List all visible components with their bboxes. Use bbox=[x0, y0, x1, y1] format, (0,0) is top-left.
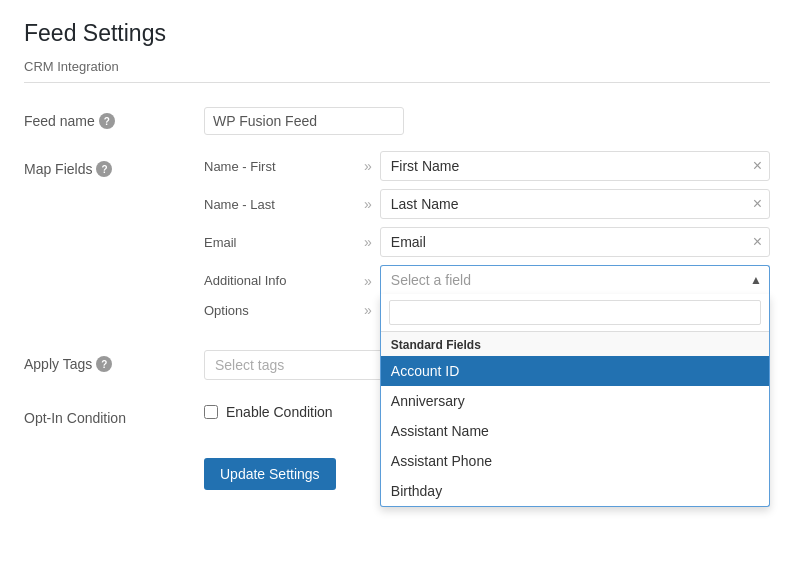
additional-info-placeholder: Select a field bbox=[391, 272, 471, 288]
map-fields-content: Name - First » First Name × Name - Last … bbox=[204, 151, 770, 326]
clear-first-name-icon[interactable]: × bbox=[753, 158, 762, 174]
map-field-last-name: Name - Last » Last Name × bbox=[204, 189, 770, 219]
dropdown-item-anniversary[interactable]: Anniversary bbox=[381, 386, 769, 416]
dropdown-item-account-id[interactable]: Account ID bbox=[381, 356, 769, 386]
dropdown-arrow-up-icon[interactable]: ▲ bbox=[750, 273, 762, 287]
field-label-email: Email bbox=[204, 235, 364, 250]
dropdown-search-container bbox=[381, 294, 769, 332]
opt-in-checkbox[interactable] bbox=[204, 405, 218, 419]
field-select-email: Email × bbox=[380, 227, 770, 257]
arrow-icon-first: » bbox=[364, 158, 372, 174]
dropdown-item-birthday[interactable]: Birthday bbox=[381, 476, 769, 506]
dropdown-group-standard: Standard Fields bbox=[381, 332, 769, 356]
field-label-additional-info: Additional Info bbox=[204, 265, 364, 288]
tags-placeholder: Select tags bbox=[215, 357, 284, 373]
feed-name-label-text: Feed name bbox=[24, 113, 95, 129]
feed-name-help-icon[interactable]: ? bbox=[99, 113, 115, 129]
field-value-email[interactable]: Email bbox=[380, 227, 770, 257]
dropdown-item-assistant-phone[interactable]: Assistant Phone bbox=[381, 446, 769, 476]
additional-info-dropdown-wrapper: Select a field ▲ Standard Fields Account… bbox=[380, 265, 770, 294]
arrow-icon-options: » bbox=[364, 302, 372, 318]
field-select-last-name: Last Name × bbox=[380, 189, 770, 219]
opt-in-label: Opt-In Condition bbox=[24, 404, 204, 426]
opt-in-checkbox-label: Enable Condition bbox=[226, 404, 333, 420]
field-label-options: Options bbox=[204, 303, 364, 318]
feed-name-input[interactable] bbox=[204, 107, 404, 135]
arrow-icon-last: » bbox=[364, 196, 372, 212]
map-fields-help-icon[interactable]: ? bbox=[96, 161, 112, 177]
map-fields-row: Map Fields ? Name - First » First Name ×… bbox=[24, 143, 770, 334]
section-label: CRM Integration bbox=[24, 59, 770, 83]
map-fields-label-text: Map Fields bbox=[24, 161, 92, 177]
clear-last-name-icon[interactable]: × bbox=[753, 196, 762, 212]
field-select-first-name: First Name × bbox=[380, 151, 770, 181]
arrow-icon-additional: » bbox=[364, 265, 372, 289]
clear-email-icon[interactable]: × bbox=[753, 234, 762, 250]
map-fields-label: Map Fields ? bbox=[24, 151, 204, 177]
page-title: Feed Settings bbox=[24, 20, 770, 47]
page-wrapper: Feed Settings CRM Integration Feed name … bbox=[0, 0, 794, 564]
feed-name-content bbox=[204, 107, 770, 135]
feed-name-row: Feed name ? bbox=[24, 99, 770, 143]
field-value-first-name[interactable]: First Name bbox=[380, 151, 770, 181]
update-settings-button[interactable]: Update Settings bbox=[204, 458, 336, 490]
apply-tags-label-text: Apply Tags bbox=[24, 356, 92, 372]
dropdown-item-assistant-name[interactable]: Assistant Name bbox=[381, 416, 769, 446]
additional-info-dropdown-panel: Standard Fields Account ID Anniversary A… bbox=[380, 294, 770, 507]
additional-info-select[interactable]: Select a field ▲ bbox=[380, 265, 770, 294]
apply-tags-help-icon[interactable]: ? bbox=[96, 356, 112, 372]
map-field-first-name: Name - First » First Name × bbox=[204, 151, 770, 181]
field-label-last-name: Name - Last bbox=[204, 197, 364, 212]
map-field-email: Email » Email × bbox=[204, 227, 770, 257]
map-field-additional-info: Additional Info » Select a field ▲ Stand… bbox=[204, 265, 770, 294]
dropdown-search-input[interactable] bbox=[389, 300, 761, 325]
field-value-last-name[interactable]: Last Name bbox=[380, 189, 770, 219]
apply-tags-label: Apply Tags ? bbox=[24, 350, 204, 372]
feed-name-label: Feed name ? bbox=[24, 107, 204, 129]
field-label-first-name: Name - First bbox=[204, 159, 364, 174]
arrow-icon-email: » bbox=[364, 234, 372, 250]
